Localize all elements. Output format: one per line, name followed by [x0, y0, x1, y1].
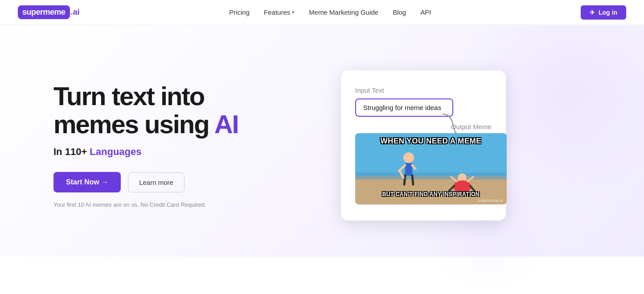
hero-title: Turn text into memes using AI — [53, 82, 238, 138]
subtitle-prefix: In — [53, 146, 65, 157]
meme-image: WHEN YOU NEED A MEME — [355, 133, 507, 204]
svg-point-4 — [403, 152, 414, 163]
send-icon: ✈ — [590, 9, 595, 16]
hero-section: Turn text into memes using AI In 110+ La… — [0, 25, 644, 257]
nav-link-blog[interactable]: Blog — [393, 8, 406, 16]
svg-line-8 — [404, 176, 405, 184]
hero-title-part2: memes using — [53, 110, 209, 139]
hero-subtitle: In 110+ Languages — [53, 146, 238, 158]
meme-bottom-text: BUT CAN'T FIND ANY INSPIRATION — [355, 191, 507, 197]
logo-text: supermeme — [22, 8, 66, 17]
svg-rect-5 — [405, 163, 412, 176]
input-label: Input Text — [355, 86, 492, 94]
section2: Try our AI powered meme template search … — [0, 257, 644, 294]
hero-content: Turn text into memes using AI In 110+ La… — [53, 82, 238, 208]
start-now-button[interactable]: Start Now → — [53, 172, 121, 192]
chevron-down-icon: ▾ — [292, 9, 295, 15]
nav-link-features[interactable]: Features ▾ — [264, 8, 295, 16]
hero-buttons: Start Now → Learn more — [53, 172, 238, 192]
logo-suffix: .ai — [71, 8, 80, 17]
subtitle-num: 110+ — [65, 146, 87, 157]
svg-rect-3 — [355, 172, 507, 180]
meme-top-text: WHEN YOU NEED A MEME — [355, 137, 507, 146]
nav-link-pricing[interactable]: Pricing — [229, 8, 250, 16]
nav-link-api[interactable]: API — [420, 8, 431, 16]
meme-watermark: supermeme.ai — [478, 198, 503, 203]
hero-mockup: Input Text Struggling for meme ideas Out… — [238, 70, 608, 220]
features-label: Features — [264, 8, 290, 16]
logo[interactable]: supermeme .ai — [18, 5, 80, 19]
login-label: Log in — [599, 9, 617, 16]
hero-title-part1: Turn text into — [53, 82, 204, 110]
logo-box: supermeme — [18, 5, 70, 19]
mockup-card: Input Text Struggling for meme ideas Out… — [341, 70, 506, 220]
learn-more-button[interactable]: Learn more — [128, 172, 185, 192]
hero-note: Your first 10 AI memes are on us. No Cre… — [53, 201, 238, 208]
hero-title-ai: AI — [214, 110, 238, 139]
login-button[interactable]: ✈ Log in — [581, 5, 626, 20]
nav-link-meme-marketing[interactable]: Meme Marketing Guide — [309, 8, 378, 16]
section2-title: Try our AI powered meme template search … — [18, 292, 626, 294]
nav-links: Pricing Features ▾ Meme Marketing Guide … — [229, 8, 431, 16]
subtitle-lang: Languages — [87, 146, 141, 157]
svg-line-9 — [412, 176, 413, 184]
navbar: supermeme .ai Pricing Features ▾ Meme Ma… — [0, 0, 644, 25]
